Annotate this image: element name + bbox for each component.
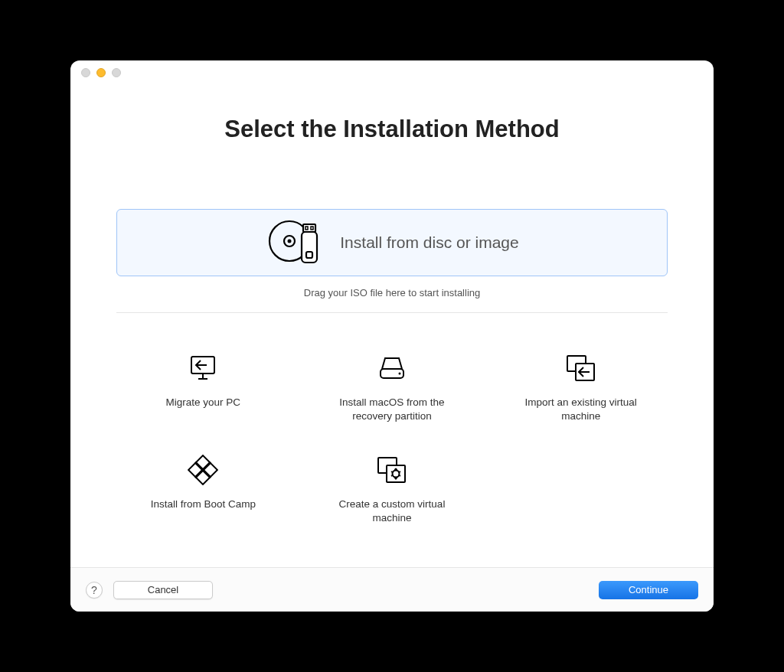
svg-point-2: [288, 240, 292, 243]
installer-window: Select the Installation Method Install f…: [70, 60, 714, 612]
drop-hint: Drag your ISO file here to start install…: [116, 287, 668, 298]
continue-button[interactable]: Continue: [599, 581, 698, 599]
window-minimize-button[interactable]: [96, 68, 106, 77]
page-title: Select the Installation Method: [116, 116, 668, 143]
custom-vm-icon: [375, 453, 409, 487]
divider: [116, 312, 668, 313]
options-grid: Migrate your PC Install macOS from the r…: [116, 351, 668, 524]
svg-point-13: [398, 373, 400, 375]
install-macos-label: Install macOS from the recovery partitio…: [331, 396, 453, 422]
hard-drive-icon: [377, 351, 407, 385]
cancel-button[interactable]: Cancel: [113, 581, 213, 599]
install-from-disc-label: Install from disc or image: [340, 233, 518, 252]
window-maximize-button[interactable]: [112, 68, 121, 77]
help-button[interactable]: ?: [86, 582, 103, 599]
disc-usb-icon: [265, 218, 326, 267]
install-macos-option[interactable]: Install macOS from the recovery partitio…: [305, 351, 479, 422]
migrate-pc-label: Migrate your PC: [166, 396, 241, 409]
titlebar: [70, 60, 714, 85]
import-vm-option[interactable]: Import an existing virtual machine: [494, 351, 668, 422]
custom-vm-label: Create a custom virtual machine: [331, 497, 453, 524]
install-from-disc-option[interactable]: Install from disc or image: [116, 209, 668, 276]
boot-camp-option[interactable]: Install from Boot Camp: [116, 453, 290, 524]
boot-camp-label: Install from Boot Camp: [151, 497, 256, 511]
migrate-pc-icon: [188, 351, 218, 385]
import-vm-icon: [564, 351, 598, 385]
footer: ? Cancel Continue: [70, 567, 714, 612]
content-area: Select the Installation Method Install f…: [70, 85, 714, 567]
migrate-pc-option[interactable]: Migrate your PC: [116, 351, 290, 422]
svg-rect-22: [387, 465, 405, 482]
window-close-button[interactable]: [81, 68, 90, 77]
custom-vm-option[interactable]: Create a custom virtual machine: [305, 453, 479, 524]
import-vm-label: Import an existing virtual machine: [520, 396, 642, 422]
boot-camp-icon: [188, 453, 218, 487]
